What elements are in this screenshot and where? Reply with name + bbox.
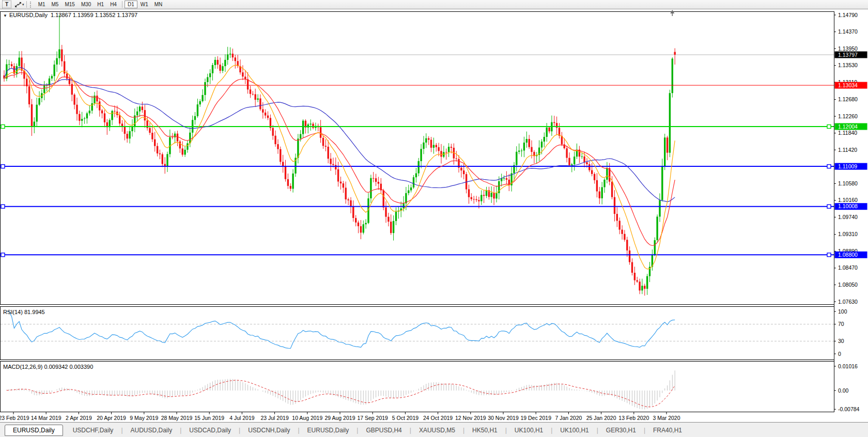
rsi-tick-label: 100: [838, 308, 847, 315]
chart-tab-gbpusd-h4[interactable]: GBPUSD,H4: [359, 425, 408, 435]
top-toolbar: T ▾ M1M5M15M30H1H4D1W1MN: [0, 0, 868, 9]
ohlc-values: 1.13867 1.13959 1.13552 1.13797: [51, 12, 137, 18]
date-label: 17 Sep 2019: [357, 415, 388, 421]
chevron-down-icon[interactable]: ▾: [22, 3, 24, 7]
chart-title: ▼EURUSD,Daily 1.13867 1.13959 1.13552 1.…: [3, 12, 137, 18]
date-label: 10 Aug 2019: [292, 415, 322, 421]
tab-separator: |: [597, 427, 598, 434]
chart-tab-xauusd-m5[interactable]: XAUUSD,M5: [412, 425, 462, 435]
level-line-handle[interactable]: [1, 125, 5, 129]
price-badge-level: 1.12004: [835, 123, 867, 130]
svg-text:1.12004: 1.12004: [838, 123, 858, 130]
price-badge-level: 1.11009: [835, 163, 867, 170]
chart-tab-uk100-h1[interactable]: UK100,H1: [508, 425, 550, 435]
price-tick-label: 1.10160: [838, 197, 858, 203]
timeframe-button-m1[interactable]: M1: [35, 1, 49, 8]
date-label: 29 Aug 2019: [325, 415, 355, 421]
timeframe-button-m15[interactable]: M15: [61, 1, 78, 8]
rsi-tick-label: 0: [838, 351, 841, 357]
chart-tabs-bar: EURUSD,DailyUSDCHF,Daily|AUDUSD,Daily|US…: [0, 422, 868, 437]
timeframe-button-h1[interactable]: H1: [94, 1, 107, 8]
level-line-handle[interactable]: [827, 253, 831, 257]
toolbar-separator: [26, 1, 27, 8]
timeframe-button-h4[interactable]: H4: [107, 1, 120, 8]
level-line-handle[interactable]: [1, 165, 5, 168]
level-line-handle[interactable]: [827, 205, 831, 208]
price-tick-label: 1.11420: [838, 147, 857, 153]
tab-separator: |: [505, 427, 507, 434]
macd-tick-label: 0.00: [838, 387, 849, 394]
rsi-indicator-label: RSI(14) 81.9945: [3, 309, 45, 315]
date-label: 7 Jan 2020: [555, 415, 582, 421]
price-tick-label: 1.14370: [838, 28, 858, 35]
timeframe-button-w1[interactable]: W1: [137, 1, 151, 8]
chart-tab-audusd-daily[interactable]: AUDUSD,Daily: [124, 425, 179, 435]
date-label: 30 Nov 2019: [488, 415, 519, 421]
price-tick-label: 1.09740: [838, 214, 858, 220]
date-label: 24 Oct 2019: [423, 415, 453, 421]
date-label: 9 May 2019: [130, 415, 158, 421]
chart-tab-eurusd-daily[interactable]: EURUSD,Daily: [301, 425, 356, 435]
chart-window: 1.147901.143701.139501.135301.131101.126…: [0, 9, 868, 422]
timeframe-button-d1[interactable]: D1: [125, 1, 137, 8]
rsi-value: 81.9945: [24, 309, 45, 315]
toolbar-grip[interactable]: [30, 2, 33, 8]
chart-tab-hk50-h1[interactable]: HK50,H1: [466, 425, 504, 435]
chart-tab-eurusd-daily[interactable]: EURUSD,Daily: [5, 425, 63, 436]
date-label: 13 Feb 2020: [618, 415, 649, 421]
price-tick-label: 1.13950: [838, 45, 858, 52]
chart-tab-uk100-h1[interactable]: UK100,H1: [553, 425, 595, 435]
timeframe-button-m30[interactable]: M30: [78, 1, 94, 8]
tab-separator: |: [644, 427, 645, 434]
timeframe-button-m5[interactable]: M5: [49, 1, 62, 8]
date-label: 15 Jun 2019: [194, 415, 224, 421]
tab-separator: |: [357, 427, 358, 434]
date-label: 25 Jan 2020: [586, 415, 616, 421]
price-tick-label: 1.12680: [838, 96, 858, 102]
level-line-handle[interactable]: [1, 205, 5, 208]
rsi-tick-label: 70: [838, 321, 844, 327]
date-label: 23 Feb 2019: [0, 415, 29, 421]
macd-values: 0.009342 0.003390: [44, 364, 93, 370]
price-tick-label: 1.10580: [838, 180, 858, 186]
macd-tick-label: -0.00784: [838, 406, 860, 412]
svg-text:1.11009: 1.11009: [838, 163, 857, 169]
tab-separator: |: [121, 427, 122, 434]
price-tick-label: 1.11840: [838, 130, 857, 136]
svg-text:1.13797: 1.13797: [838, 52, 858, 58]
chart-tab-fra40-h1[interactable]: FRA40,H1: [646, 425, 689, 435]
toolbar-separator: [122, 1, 122, 8]
price-badge-current: 1.13797: [835, 52, 867, 58]
chart-canvas[interactable]: 1.147901.143701.139501.135301.131101.126…: [0, 9, 868, 422]
tab-separator: |: [180, 427, 181, 434]
price-badge-level: 1.10008: [835, 203, 867, 210]
chart-tab-ger30-h1[interactable]: GER30,H1: [599, 425, 643, 435]
price-tick-label: 1.14790: [838, 12, 858, 18]
date-label: 12 Nov 2019: [455, 415, 486, 421]
date-label: 5 Oct 2019: [392, 415, 419, 421]
svg-text:1.10008: 1.10008: [838, 203, 858, 209]
cursor-arrows-icon[interactable]: ▾: [14, 2, 24, 8]
timeframe-button-mn[interactable]: MN: [151, 1, 166, 8]
date-label: 3 Mar 2020: [653, 415, 680, 421]
svg-text:1.08800: 1.08800: [838, 252, 858, 258]
price-tick-label: 1.09310: [838, 231, 858, 237]
tab-separator: |: [463, 427, 464, 434]
date-label: 23 Jul 2019: [260, 415, 288, 421]
chart-tab-usdcad-daily[interactable]: USDCAD,Daily: [182, 425, 238, 435]
level-line-handle[interactable]: [1, 253, 5, 257]
level-line-handle[interactable]: [827, 165, 831, 168]
level-line-handle[interactable]: [827, 125, 831, 129]
price-badge-level: 1.13034: [835, 82, 867, 89]
macd-tick-label: 0.01016: [838, 363, 858, 369]
chart-tab-usdchf-daily[interactable]: USDCHF,Daily: [66, 425, 120, 435]
tab-separator: |: [551, 427, 552, 434]
rsi-tick-label: 30: [838, 338, 844, 344]
tab-separator: |: [239, 427, 240, 434]
text-tool-button[interactable]: T: [2, 1, 11, 8]
chart-background: [0, 9, 868, 422]
chart-tab-usdcnh-daily[interactable]: USDCNH,Daily: [241, 425, 297, 435]
tab-separator: |: [410, 427, 411, 434]
symbol-period-label: EURUSD,Daily: [9, 12, 48, 18]
chevron-down-icon: ▼: [3, 13, 7, 18]
